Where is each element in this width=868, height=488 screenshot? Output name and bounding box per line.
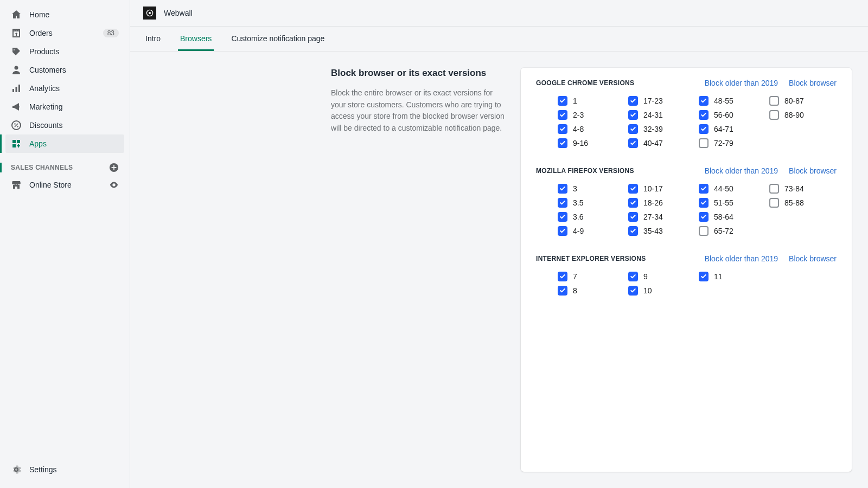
version-checkbox-row[interactable]: 9-16	[558, 138, 601, 148]
version-checkbox-row[interactable]: 7	[558, 272, 601, 281]
checkbox[interactable]	[628, 138, 638, 148]
block-browser-link[interactable]: Block browser	[789, 166, 837, 175]
version-checkbox-row[interactable]: 3.5	[558, 198, 601, 208]
checkbox[interactable]	[558, 184, 567, 194]
checkbox[interactable]	[699, 212, 709, 222]
version-label: 10-17	[643, 184, 663, 193]
version-checkbox-row[interactable]: 24-31	[628, 110, 672, 120]
checkbox[interactable]	[699, 124, 709, 134]
nav-products[interactable]: Products	[5, 42, 124, 61]
gear-icon	[11, 464, 22, 475]
tab-browsers[interactable]: Browsers	[178, 27, 214, 51]
version-checkbox-row[interactable]: 73-84	[769, 184, 813, 194]
version-checkbox-row[interactable]: 72-79	[699, 138, 742, 148]
checkbox[interactable]	[699, 184, 709, 194]
version-checkbox-row[interactable]: 10	[628, 286, 672, 296]
block-older-link[interactable]: Block older than 2019	[705, 166, 778, 175]
version-checkbox-row[interactable]: 88-90	[769, 110, 813, 120]
version-label: 40-47	[643, 139, 663, 147]
version-checkbox-row[interactable]: 18-26	[628, 198, 672, 208]
version-column: 80-8788-90	[769, 96, 813, 148]
checkbox[interactable]	[769, 96, 779, 106]
checkbox[interactable]	[558, 198, 567, 208]
checkbox[interactable]	[628, 226, 638, 236]
version-checkbox-row[interactable]: 32-39	[628, 124, 672, 134]
version-checkbox-row[interactable]: 56-60	[699, 110, 742, 120]
version-checkbox-row[interactable]: 3.6	[558, 212, 601, 222]
settings-link[interactable]: Settings	[0, 459, 130, 488]
block-browser-link[interactable]: Block browser	[789, 254, 837, 263]
version-checkbox-row[interactable]: 40-47	[628, 138, 672, 148]
version-checkbox-row[interactable]: 8	[558, 286, 601, 296]
checkbox[interactable]	[628, 272, 638, 281]
checkbox[interactable]	[769, 184, 779, 194]
version-checkbox-row[interactable]: 1	[558, 96, 601, 106]
version-checkbox-row[interactable]: 4-8	[558, 124, 601, 134]
version-checkbox-row[interactable]: 35-43	[628, 226, 672, 236]
checkbox[interactable]	[628, 124, 638, 134]
checkbox[interactable]	[628, 286, 638, 296]
checkbox[interactable]	[558, 110, 567, 120]
version-checkbox-row[interactable]: 80-87	[769, 96, 813, 106]
checkbox[interactable]	[628, 184, 638, 194]
tab-intro[interactable]: Intro	[143, 27, 163, 51]
nav-discounts[interactable]: Discounts	[5, 116, 124, 134]
checkbox[interactable]	[699, 198, 709, 208]
checkbox[interactable]	[699, 96, 709, 106]
version-checkbox-row[interactable]: 58-64	[699, 212, 742, 222]
version-label: 11	[714, 272, 723, 281]
checkbox[interactable]	[628, 96, 638, 106]
checkbox[interactable]	[558, 272, 567, 281]
section-description: Block the entire browser or its exact ve…	[331, 87, 505, 134]
block-older-link[interactable]: Block older than 2019	[705, 254, 778, 263]
nav-marketing[interactable]: Marketing	[5, 98, 124, 116]
checkbox[interactable]	[558, 138, 567, 148]
version-label: 48-55	[714, 97, 733, 105]
svg-rect-3	[18, 85, 20, 92]
version-checkbox-row[interactable]: 4-9	[558, 226, 601, 236]
checkbox[interactable]	[769, 198, 779, 208]
version-checkbox-row[interactable]: 3	[558, 184, 601, 194]
sales-channels-label: SALES CHANNELS	[11, 164, 73, 171]
checkbox[interactable]	[558, 286, 567, 296]
checkbox[interactable]	[558, 212, 567, 222]
checkbox[interactable]	[699, 138, 709, 148]
channel-online-store[interactable]: Online Store	[0, 176, 130, 194]
version-checkbox-row[interactable]: 27-34	[628, 212, 672, 222]
nav-label: Apps	[29, 139, 119, 148]
eye-icon[interactable]	[109, 180, 119, 190]
checkbox[interactable]	[699, 110, 709, 120]
version-checkbox-row[interactable]: 10-17	[628, 184, 672, 194]
nav-home[interactable]: Home	[5, 5, 124, 24]
version-checkbox-row[interactable]: 65-72	[699, 226, 742, 236]
checkbox[interactable]	[628, 110, 638, 120]
checkbox[interactable]	[558, 226, 567, 236]
version-column: 910	[628, 272, 672, 296]
nav-analytics[interactable]: Analytics	[5, 79, 124, 98]
tab-customize-notification-page[interactable]: Customize notification page	[229, 27, 327, 51]
block-browser-link[interactable]: Block browser	[789, 79, 837, 87]
checkbox[interactable]	[628, 212, 638, 222]
version-checkbox-row[interactable]: 9	[628, 272, 672, 281]
version-checkbox-row[interactable]: 11	[699, 272, 742, 281]
checkbox[interactable]	[699, 226, 709, 236]
version-checkbox-row[interactable]: 48-55	[699, 96, 742, 106]
version-checkbox-row[interactable]: 2-3	[558, 110, 601, 120]
nav-label: Products	[29, 47, 119, 56]
checkbox[interactable]	[558, 124, 567, 134]
orders-icon	[11, 28, 22, 38]
version-checkbox-row[interactable]: 85-88	[769, 198, 813, 208]
block-older-link[interactable]: Block older than 2019	[705, 79, 778, 87]
checkbox[interactable]	[558, 96, 567, 106]
version-checkbox-row[interactable]: 44-50	[699, 184, 742, 194]
add-channel-icon[interactable]	[109, 163, 119, 172]
version-checkbox-row[interactable]: 64-71	[699, 124, 742, 134]
nav-orders[interactable]: Orders83	[5, 24, 124, 42]
nav-apps[interactable]: Apps	[5, 134, 124, 153]
checkbox[interactable]	[769, 110, 779, 120]
version-checkbox-row[interactable]: 51-55	[699, 198, 742, 208]
checkbox[interactable]	[628, 198, 638, 208]
version-checkbox-row[interactable]: 17-23	[628, 96, 672, 106]
checkbox[interactable]	[699, 272, 709, 281]
nav-customers[interactable]: Customers	[5, 61, 124, 79]
